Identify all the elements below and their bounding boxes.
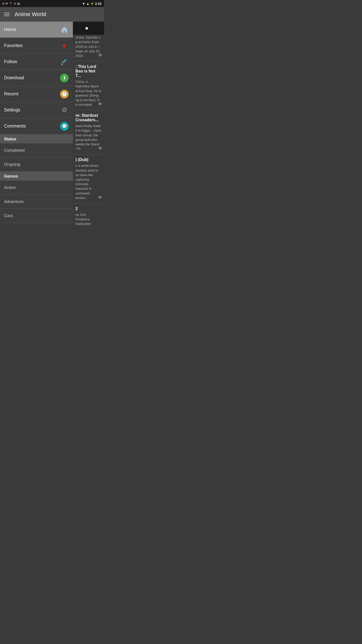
comment-icon: 💬 xyxy=(60,122,69,131)
sidebar-item-recent[interactable]: Recent 🕐 xyxy=(0,86,73,102)
status-section-header: Status xyxy=(0,134,73,143)
content-title-2: re: Stardust Crusaders... xyxy=(75,113,102,122)
sidebar-label-settings: Settings xyxy=(4,107,20,113)
sidebar-label-favorites: Favorites xyxy=(4,43,23,48)
eye-icon-3: 👁 xyxy=(98,195,103,200)
ongoing-label: Ongoing xyxy=(4,162,20,167)
time-display: 2:22 xyxy=(95,2,102,6)
eye-icon-2: 👁 xyxy=(98,146,103,151)
circle-icon: ⊙ xyxy=(14,2,16,5)
sidebar-item-comments[interactable]: Comments 💬 xyxy=(0,118,73,134)
app-header: Anime World xyxy=(0,7,104,22)
status-bar: A ✉ 📍 ⊙ ▤ ▼ ▲ ⚡ 2:22 xyxy=(0,0,104,7)
content-item-4[interactable]: 2 no Chii: Ponponra Daibouken angaka Kan… xyxy=(73,204,104,225)
content-desc-3: n a world where Hunters exist to us task… xyxy=(75,164,102,200)
completed-label: Completed xyxy=(4,148,25,153)
content-item-2[interactable]: re: Stardust Crusaders... have finally m… xyxy=(73,110,104,154)
sidebar-item-action[interactable]: Action xyxy=(0,181,73,195)
eye-icon-0: 👁 xyxy=(98,53,103,58)
sidebar-item-cars[interactable]: Cars xyxy=(0,209,73,223)
sidebar-item-follow[interactable]: Follow xyxy=(0,54,73,70)
sidebar: Home Favorites ♥ Follow xyxy=(0,22,73,225)
sidebar-item-completed[interactable]: Completed xyxy=(0,143,73,157)
content-item-1[interactable]: : This Lord Bao is Not T... China, a leg… xyxy=(73,61,104,110)
content-desc-2: have finally made it to Egypt, . Upon th… xyxy=(75,124,102,151)
home-icon xyxy=(60,25,69,34)
action-label: Action xyxy=(4,185,16,190)
status-section-label: Status xyxy=(4,137,16,141)
sidebar-item-favorites[interactable]: Favorites ♥ xyxy=(0,38,73,54)
recents-button[interactable]: ■ xyxy=(82,23,92,33)
battery-icon: ⚡ xyxy=(90,2,94,5)
download-icon: ⬇ xyxy=(60,73,69,83)
notification-icon: A xyxy=(3,2,4,5)
content-title-3: ) (Dub) xyxy=(75,157,102,162)
sidebar-label-follow: Follow xyxy=(4,59,17,64)
content-area: Season (Sub) o Kyojin anime series. Epis… xyxy=(73,22,104,225)
wifi-icon: ▼ xyxy=(82,2,85,6)
status-icons-left: A ✉ 📍 ⊙ ▤ xyxy=(3,2,20,5)
eye-icon-1: 👁 xyxy=(98,102,103,107)
hamburger-line-2 xyxy=(4,14,10,15)
location-icon: 📍 xyxy=(9,2,13,5)
content-desc-0: o Kyojin anime series. Episode 1 g at An… xyxy=(75,31,102,58)
sidebar-item-cartoon[interactable]: Cartoon xyxy=(0,223,73,225)
sidebar-label-comments: Comments xyxy=(4,124,26,129)
hamburger-line-3 xyxy=(4,16,10,16)
rss-icon xyxy=(60,57,69,66)
content-item-3[interactable]: ) (Dub) n a world where Hunters exist to… xyxy=(73,154,104,204)
content-desc-4: no Chii: Ponponra Daibouken angaka Kanat… xyxy=(75,213,102,225)
clock-icon: 🕐 xyxy=(60,90,69,99)
heart-icon: ♥ xyxy=(60,41,69,50)
sidebar-label-download: Download xyxy=(4,75,24,80)
signal-icon: ▲ xyxy=(86,2,89,6)
sidebar-item-settings[interactable]: Settings ⚙ xyxy=(0,102,73,118)
hamburger-button[interactable] xyxy=(4,13,10,16)
genres-section-header: Genres xyxy=(0,172,73,181)
content-desc-1: China, a legendary figure al Kai Feng. H… xyxy=(75,79,102,107)
app-title: Anime World xyxy=(15,11,46,18)
recents-icon: ■ xyxy=(85,26,88,31)
sidebar-label-home: Home xyxy=(4,27,16,32)
svg-marker-0 xyxy=(61,27,68,33)
sidebar-item-download[interactable]: Download ⬇ xyxy=(0,70,73,86)
sd-icon: ▤ xyxy=(17,2,20,5)
genres-section-label: Genres xyxy=(4,174,18,178)
sidebar-item-home[interactable]: Home xyxy=(0,22,73,38)
gear-icon: ⚙ xyxy=(60,106,69,115)
cars-label: Cars xyxy=(4,213,13,218)
email-icon: ✉ xyxy=(6,2,8,5)
adventure-label: Adventure xyxy=(4,199,24,204)
svg-point-1 xyxy=(61,64,63,65)
sidebar-label-recent: Recent xyxy=(4,91,18,97)
sidebar-item-adventure[interactable]: Adventure xyxy=(0,195,73,209)
sidebar-item-ongoing[interactable]: Ongoing xyxy=(0,157,73,172)
hamburger-line-1 xyxy=(4,13,10,13)
content-title-4: 2 xyxy=(75,207,102,211)
content-title-1: : This Lord Bao is Not T... xyxy=(75,64,102,78)
status-icons-right: ▼ ▲ ⚡ 2:22 xyxy=(82,2,102,6)
